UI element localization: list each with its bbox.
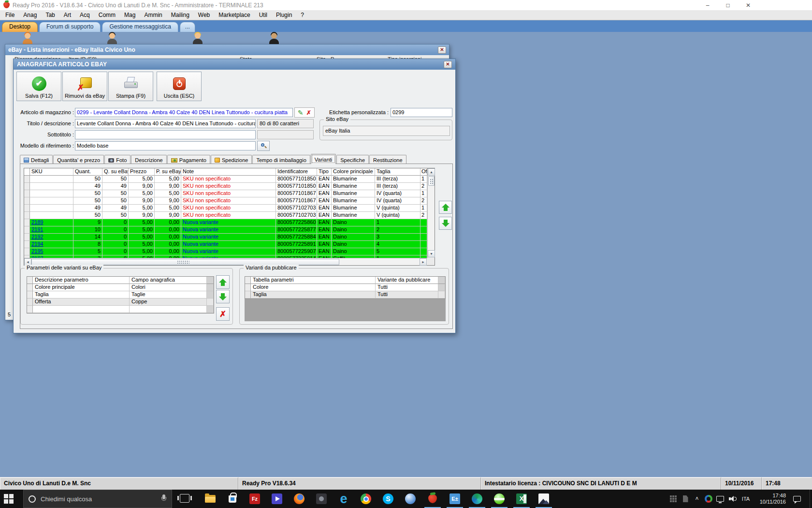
cell-identificatore[interactable]: 8000577101867 xyxy=(276,190,317,197)
cell-p-su-ebay[interactable]: 0,00 xyxy=(155,248,181,255)
table-row[interactable]: 2191 10 0 5,00 0,00 Nuova variante 80005… xyxy=(24,226,427,234)
cell-colore-principale[interactable]: Daino xyxy=(332,234,375,241)
print-button[interactable]: Stampa (F9) xyxy=(108,72,153,101)
cell-campo[interactable]: Coppe xyxy=(130,299,207,306)
microphone-icon[interactable] xyxy=(161,494,167,503)
cell-quant[interactable]: 50 xyxy=(73,197,102,205)
cell-quant[interactable]: 49 xyxy=(73,205,102,212)
photos-icon[interactable] xyxy=(533,490,555,508)
cell-p-su-ebay[interactable]: 0,00 xyxy=(155,241,181,248)
cell-prezzo[interactable]: 5,00 xyxy=(129,219,155,226)
volume-icon[interactable] xyxy=(727,490,739,508)
cell-quant[interactable]: 8 xyxy=(73,241,102,248)
row-selector[interactable] xyxy=(24,176,30,183)
cell-note[interactable]: Nuova variante xyxy=(181,248,276,255)
table-row[interactable]: Colore Tutti xyxy=(245,284,445,291)
tab-dettagli[interactable]: Dettagli xyxy=(20,155,53,164)
menu-mailing[interactable]: Mailing xyxy=(167,11,194,19)
user-avatar-icon[interactable] xyxy=(21,32,34,45)
table-row[interactable]: 2194 8 0 5,00 0,00 Nuova variante 800057… xyxy=(24,241,427,248)
horizontal-scrollbar[interactable]: ◄ ► xyxy=(24,258,427,265)
tab-quantita-e-prezzo[interactable]: Quantita' e prezzo xyxy=(53,155,104,164)
tab-restituzione[interactable]: Restituzione xyxy=(369,155,406,164)
cell-taglia[interactable]: III (terza) xyxy=(375,176,420,183)
cell-taglia[interactable]: IV (quarta) xyxy=(375,197,420,205)
table-row[interactable]: 50 50 5,00 5,00 SKU non specificato 8000… xyxy=(24,176,427,183)
touch-keyboard-icon[interactable] xyxy=(668,490,679,508)
menu-help[interactable]: ? xyxy=(296,11,308,19)
cell-quant[interactable]: 5 xyxy=(73,248,102,255)
table-row[interactable]: 49 49 9,00 9,00 SKU non specificato 8000… xyxy=(24,183,427,190)
user-avatar-icon[interactable] xyxy=(106,32,118,45)
row-selector[interactable] xyxy=(24,190,30,197)
cell-quant[interactable]: 50 xyxy=(73,212,102,219)
cell-note[interactable]: SKU non specificato xyxy=(181,190,276,197)
edge-icon[interactable]: e xyxy=(333,490,355,508)
cell-p-su-ebay[interactable]: 0,00 xyxy=(155,219,181,226)
menu-comm[interactable]: Comm xyxy=(94,11,120,19)
row-selector[interactable] xyxy=(24,197,30,205)
row-selector[interactable] xyxy=(27,306,33,313)
cell-taglia[interactable]: IV (quarta) xyxy=(375,190,420,197)
row-selector[interactable] xyxy=(24,241,30,248)
sottotitolo-field[interactable] xyxy=(75,130,256,139)
cell-prezzo[interactable]: 9,00 xyxy=(129,197,155,205)
clock[interactable]: 17:48 10/11/2016 xyxy=(754,490,786,508)
cell-offerta[interactable] xyxy=(420,226,427,234)
cell-quant[interactable]: 10 xyxy=(73,226,102,234)
cell-note[interactable]: SKU non specificato xyxy=(181,197,276,205)
cell-prezzo[interactable]: 9,00 xyxy=(129,183,155,190)
etichetta-personalizzata-field[interactable]: 0299 xyxy=(391,108,452,117)
table-row[interactable]: Taglia Taglie xyxy=(27,291,214,299)
cell-tipo[interactable]: EAN xyxy=(317,226,332,234)
tray-app-icon[interactable] xyxy=(703,490,714,508)
row-selector[interactable] xyxy=(24,212,30,219)
cell-q-su-ebay[interactable]: 49 xyxy=(102,183,129,190)
vertical-scrollbar[interactable]: ▲ ▼ xyxy=(427,168,435,258)
cell-sku[interactable]: 2194 xyxy=(30,241,73,248)
articolo-di-magazzino-field[interactable]: 0299 - Levante Collant Donna - Ambra 40 … xyxy=(75,108,293,117)
cell-sku[interactable]: 2191 xyxy=(30,226,73,234)
cell-quant[interactable]: 9 xyxy=(73,219,102,226)
cell-tipo[interactable]: EAN xyxy=(317,219,332,226)
row-selector[interactable] xyxy=(245,291,251,299)
menu-tab[interactable]: Tab xyxy=(41,11,59,19)
cell-taglia[interactable]: 1 xyxy=(375,219,420,226)
cell-q-su-ebay[interactable]: 50 xyxy=(102,197,129,205)
cell-q-su-ebay[interactable]: 0 xyxy=(102,219,129,226)
cell-tipo[interactable]: EAN xyxy=(317,248,332,255)
move-down-button[interactable] xyxy=(439,217,452,230)
table-row[interactable]: 50 50 9,00 9,00 SKU non specificato 8000… xyxy=(24,197,427,205)
cell-variante[interactable]: Tutti xyxy=(376,284,438,291)
row-selector[interactable] xyxy=(27,284,33,291)
cell-p-su-ebay[interactable]: 9,00 xyxy=(155,183,181,190)
cell-note[interactable]: Nuova variante xyxy=(181,226,276,234)
tab-pagamento[interactable]: Pagamento xyxy=(167,155,210,164)
cell-tipo[interactable]: EAN xyxy=(317,234,332,241)
cell-prezzo[interactable]: 5,00 xyxy=(129,190,155,197)
dark-app-icon[interactable] xyxy=(310,490,333,508)
cell-quant[interactable]: 49 xyxy=(73,183,102,190)
table-row[interactable]: Colore principale Colori xyxy=(27,284,214,291)
cell-descrizione[interactable]: Colore principale xyxy=(33,284,130,291)
filezilla-icon[interactable]: Fz xyxy=(244,490,266,508)
cell-taglia[interactable]: V (quinta) xyxy=(375,212,420,219)
action-center-icon[interactable] xyxy=(791,490,803,508)
cell-prezzo[interactable]: 5,00 xyxy=(129,234,155,241)
cell-taglia[interactable]: V (quinta) xyxy=(375,205,420,212)
scroll-up-icon[interactable]: ▲ xyxy=(428,168,435,176)
menu-acq[interactable]: Acq xyxy=(75,11,94,19)
cell-colore-principale[interactable]: Blumarine xyxy=(332,176,375,183)
cell-campo[interactable] xyxy=(130,306,207,313)
movies-tv-icon[interactable] xyxy=(266,490,288,508)
remove-from-ebay-button[interactable]: ✗ Rimuovi da eBay xyxy=(62,72,107,101)
cell-q-su-ebay[interactable]: 50 xyxy=(102,212,129,219)
cell-offerta[interactable] xyxy=(420,234,427,241)
table-row[interactable]: Offerta Coppe xyxy=(27,299,214,306)
menu-file[interactable]: File xyxy=(1,11,19,19)
cell-quant[interactable]: 50 xyxy=(73,176,102,183)
table-row[interactable]: 50 50 9,00 9,00 SKU non specificato 8000… xyxy=(24,212,427,219)
document-tray-icon[interactable] xyxy=(681,490,690,508)
tab-descrizione[interactable]: Descrizione xyxy=(131,155,166,164)
cell-sku[interactable] xyxy=(30,190,73,197)
